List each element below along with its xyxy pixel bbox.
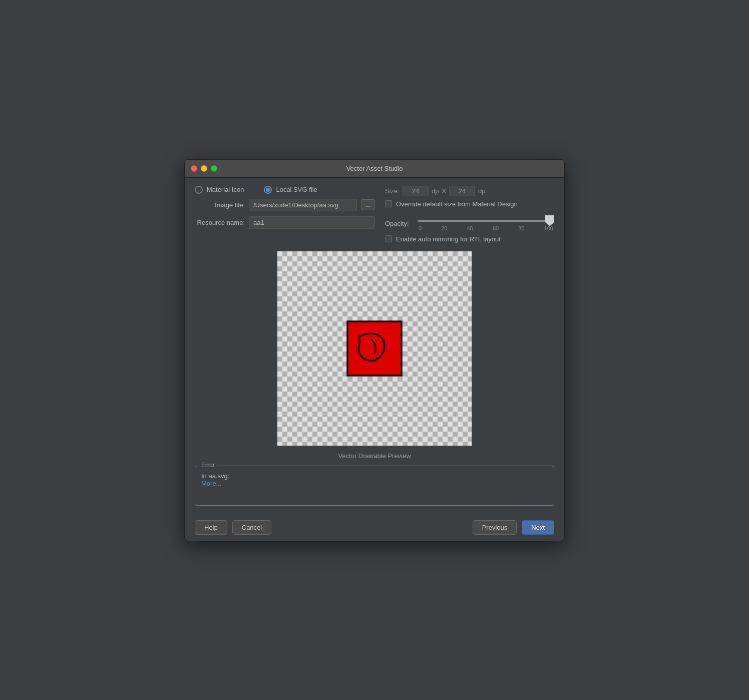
footer: Help Cancel Previous Next — [185, 514, 564, 541]
window-title: Vector Asset Studio — [346, 165, 403, 172]
auto-mirror-checkbox[interactable] — [385, 235, 392, 242]
previous-button[interactable]: Previous — [473, 520, 517, 535]
material-icon-option[interactable]: Material Icon — [195, 186, 244, 194]
image-file-row: Image file: ... — [195, 199, 375, 211]
maximize-button[interactable] — [211, 165, 217, 172]
browse-button[interactable]: ... — [361, 199, 375, 210]
opacity-section: Opacity: 0 20 40 60 80 100 — [385, 216, 554, 231]
footer-left: Help Cancel — [195, 520, 468, 535]
main-content: Material Icon Local SVG file Image file:… — [185, 178, 564, 514]
preview-container: Vector Drawable Preview — [195, 251, 554, 460]
opacity-row: Opacity: 0 20 40 60 80 100 — [385, 216, 554, 231]
override-size-checkbox[interactable] — [385, 200, 392, 207]
tick-80: 80 — [518, 225, 524, 231]
traffic-lights — [191, 165, 217, 172]
resource-name-row: Resource name: — [195, 216, 375, 229]
override-size-row: Override default size from Material Desi… — [385, 200, 554, 208]
image-file-label: Image file: — [195, 201, 245, 209]
resource-name-input[interactable] — [249, 216, 375, 229]
x-label: X — [442, 187, 446, 195]
material-icon-radio[interactable] — [195, 186, 203, 194]
left-panel: Material Icon Local SVG file Image file:… — [195, 186, 375, 243]
next-button[interactable]: Next — [522, 520, 554, 535]
vector-preview — [344, 318, 405, 379]
tick-100: 100 — [544, 225, 553, 231]
size-label: Size: — [385, 187, 400, 195]
more-link[interactable]: More... — [201, 480, 221, 487]
height-unit: dp — [478, 187, 485, 195]
size-row: Size: dp X dp — [385, 186, 554, 196]
close-button[interactable] — [191, 165, 197, 172]
opacity-label: Opacity: — [385, 220, 413, 227]
local-svg-radio[interactable] — [264, 186, 272, 194]
height-input[interactable] — [449, 186, 475, 196]
footer-right: Previous Next — [473, 520, 554, 535]
error-text: In aa.svg: — [201, 472, 548, 480]
image-file-input[interactable] — [249, 199, 357, 211]
tick-0: 0 — [419, 225, 422, 231]
width-unit: dp — [432, 187, 439, 195]
tick-60: 60 — [493, 225, 499, 231]
svg-rect-0 — [347, 321, 402, 376]
material-icon-label: Material Icon — [207, 186, 244, 193]
error-panel: Error In aa.svg: More... — [195, 466, 554, 506]
local-svg-option[interactable]: Local SVG file — [264, 186, 317, 194]
width-input[interactable] — [403, 186, 429, 196]
resource-name-label: Resource name: — [195, 219, 245, 226]
tick-20: 20 — [441, 225, 447, 231]
auto-mirror-row: Enable auto mirroring for RTL layout — [385, 235, 554, 243]
right-panel: Size: dp X dp Override default size from… — [385, 186, 554, 243]
tick-40: 40 — [467, 225, 473, 231]
local-svg-label: Local SVG file — [276, 186, 317, 193]
main-window: Vector Asset Studio Material Icon Local … — [184, 159, 565, 541]
help-button[interactable]: Help — [195, 520, 227, 535]
preview-label: Vector Drawable Preview — [338, 452, 411, 460]
opacity-slider-container: 0 20 40 60 80 100 — [418, 216, 554, 231]
source-type-row: Material Icon Local SVG file — [195, 186, 375, 194]
override-size-label: Override default size from Material Desi… — [396, 200, 518, 208]
minimize-button[interactable] — [201, 165, 207, 172]
preview-canvas — [277, 251, 472, 446]
cancel-button[interactable]: Cancel — [232, 520, 271, 535]
title-bar: Vector Asset Studio — [185, 160, 564, 178]
opacity-slider[interactable] — [418, 220, 554, 222]
error-legend: Error — [199, 462, 217, 469]
auto-mirror-label: Enable auto mirroring for RTL layout — [396, 235, 501, 243]
top-section: Material Icon Local SVG file Image file:… — [195, 186, 554, 243]
